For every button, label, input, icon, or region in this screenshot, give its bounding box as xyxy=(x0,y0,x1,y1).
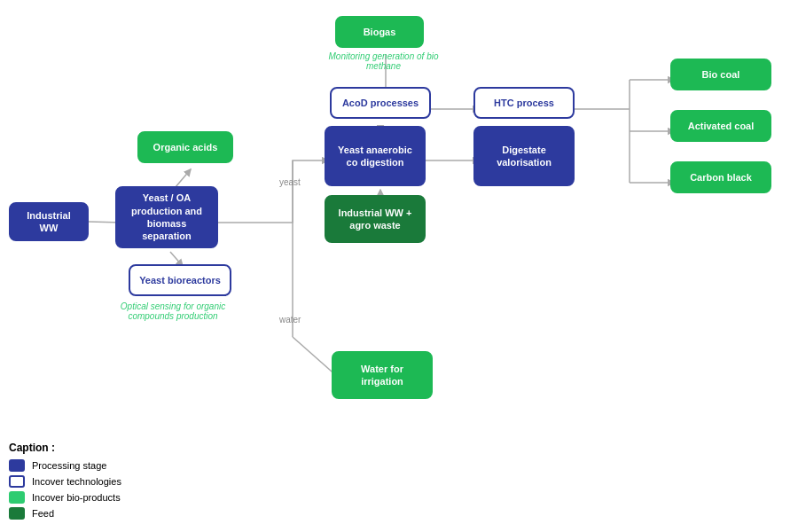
digestate-label: Digestate valorisation xyxy=(482,144,566,169)
caption-item-bio-products: Incover bio-products xyxy=(9,491,121,504)
water-irrigation-node: Water for irrigation xyxy=(332,351,433,399)
caption-label-incover-tech: Incover technologies xyxy=(32,476,121,487)
caption-icon-incover-tech xyxy=(9,475,25,488)
caption-icon-bio-products xyxy=(9,491,25,504)
activated-coal-node: Activated coal xyxy=(670,110,771,142)
caption-label-bio-products: Incover bio-products xyxy=(32,492,121,503)
caption-label-processing: Processing stage xyxy=(32,460,106,471)
industrial-ww-label: Industrial WW xyxy=(18,209,80,235)
diagram-container: Industrial WW Organic acids Yeast / OA p… xyxy=(0,0,798,461)
industrial-ww-agro-node: Industrial WW + agro waste xyxy=(325,195,426,243)
acod-label: AcoD processes xyxy=(342,97,419,109)
acod-node: AcoD processes xyxy=(330,87,431,119)
bio-coal-label: Bio coal xyxy=(702,68,740,81)
water-irrigation-label: Water for irrigation xyxy=(340,363,424,388)
htc-label: HTC process xyxy=(494,97,554,109)
optical-sensing-annotation: Optical sensing for organic compounds pr… xyxy=(115,301,231,321)
organic-acids-node: Organic acids xyxy=(137,131,233,163)
caption-icon-feed xyxy=(9,507,25,520)
yeast-flow-label: yeast xyxy=(279,177,301,187)
yeast-oa-node: Yeast / OA production and biomass separa… xyxy=(115,186,218,248)
digestate-node: Digestate valorisation xyxy=(473,126,575,186)
caption-item-feed: Feed xyxy=(9,507,121,520)
carbon-black-label: Carbon black xyxy=(690,171,752,184)
biogas-node: Biogas xyxy=(335,16,424,48)
caption-section: Caption : Processing stage Incover techn… xyxy=(9,442,121,523)
organic-acids-label: Organic acids xyxy=(153,141,218,153)
caption-item-incover-tech: Incover technologies xyxy=(9,475,121,488)
bio-coal-node: Bio coal xyxy=(670,59,771,90)
yeast-anaerobic-label: Yeast anaerobic co digestion xyxy=(333,144,417,169)
activated-coal-label: Activated coal xyxy=(688,120,755,132)
caption-item-processing: Processing stage xyxy=(9,459,121,472)
htc-node: HTC process xyxy=(473,87,575,119)
yeast-oa-label: Yeast / OA production and biomass separa… xyxy=(124,192,209,242)
caption-title: Caption : xyxy=(9,442,121,454)
carbon-black-node: Carbon black xyxy=(670,161,771,193)
water-flow-label: water xyxy=(279,315,301,325)
yeast-bioreactors-node: Yeast bioreactors xyxy=(129,264,231,296)
yeast-bioreactors-label: Yeast bioreactors xyxy=(139,274,221,286)
caption-label-feed: Feed xyxy=(32,508,54,519)
caption-icon-processing xyxy=(9,459,25,472)
monitoring-annotation: Monitoring generation of bio methane xyxy=(319,51,448,71)
industrial-ww-node: Industrial WW xyxy=(9,202,89,241)
biogas-label: Biogas xyxy=(364,26,396,38)
industrial-ww-agro-label: Industrial WW + agro waste xyxy=(333,207,417,232)
yeast-anaerobic-node: Yeast anaerobic co digestion xyxy=(325,126,426,186)
